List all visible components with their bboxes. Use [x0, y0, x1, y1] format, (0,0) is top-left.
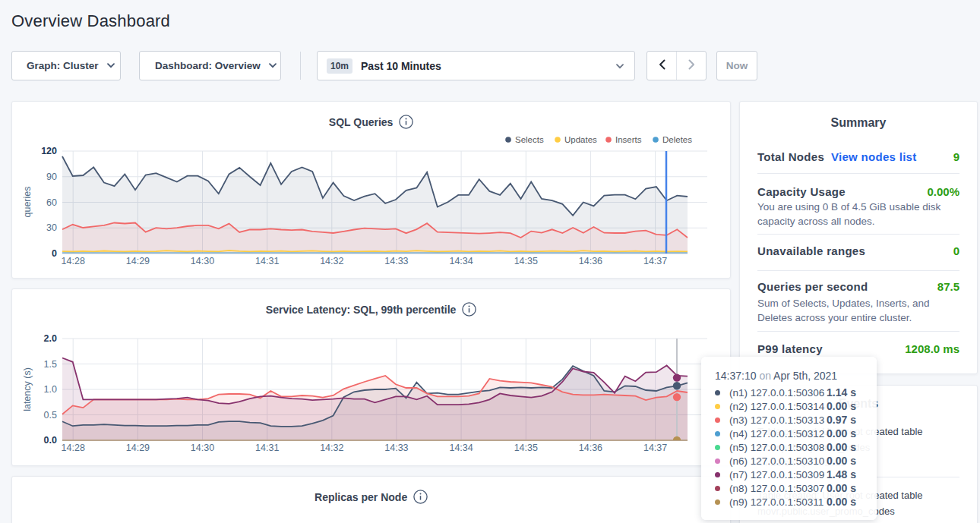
- svg-text:latency (s): latency (s): [22, 367, 33, 411]
- svg-text:Updates: Updates: [564, 135, 597, 144]
- svg-text:14:34: 14:34: [449, 443, 473, 453]
- svg-text:Inserts: Inserts: [615, 135, 642, 144]
- svg-text:14:33: 14:33: [384, 256, 408, 266]
- svg-text:queries: queries: [22, 187, 33, 218]
- svg-text:0.0: 0.0: [44, 435, 57, 446]
- svg-text:14:36: 14:36: [579, 256, 602, 266]
- svg-text:14:33: 14:33: [384, 443, 408, 453]
- svg-text:14:28: 14:28: [62, 256, 85, 266]
- svg-text:14:36: 14:36: [579, 443, 602, 453]
- svg-text:2.0: 2.0: [44, 333, 57, 344]
- svg-text:Deletes: Deletes: [662, 135, 692, 144]
- svg-text:0.5: 0.5: [44, 410, 57, 421]
- svg-text:14:35: 14:35: [514, 256, 538, 266]
- svg-text:1.5: 1.5: [44, 359, 57, 370]
- svg-text:14:31: 14:31: [255, 256, 279, 266]
- svg-text:14:32: 14:32: [320, 256, 343, 266]
- svg-text:14:30: 14:30: [191, 256, 214, 266]
- svg-text:14:30: 14:30: [191, 443, 214, 453]
- svg-text:Selects: Selects: [515, 135, 544, 144]
- svg-text:14:37: 14:37: [643, 256, 667, 266]
- svg-text:14:37: 14:37: [643, 443, 667, 453]
- svg-text:0: 0: [52, 248, 57, 259]
- svg-text:14:29: 14:29: [126, 443, 150, 453]
- svg-text:14:29: 14:29: [126, 256, 150, 266]
- svg-text:14:32: 14:32: [320, 443, 343, 453]
- svg-text:14:28: 14:28: [62, 443, 85, 453]
- svg-text:14:31: 14:31: [255, 443, 279, 453]
- svg-text:90: 90: [46, 172, 57, 182]
- svg-text:60: 60: [46, 197, 57, 208]
- svg-text:120: 120: [41, 146, 57, 156]
- svg-text:14:34: 14:34: [449, 256, 473, 266]
- svg-text:14:35: 14:35: [514, 443, 538, 453]
- svg-text:30: 30: [46, 222, 57, 233]
- svg-text:1.0: 1.0: [44, 384, 57, 395]
